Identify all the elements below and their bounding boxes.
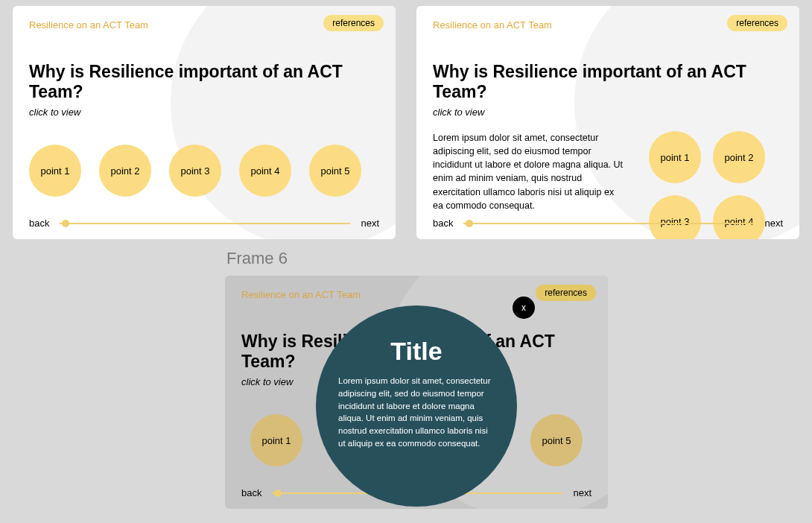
next-link[interactable]: next: [764, 218, 783, 229]
footer-nav: back next: [433, 218, 783, 229]
modal-popup: Title Lorem ipsum dolor sit amet, consec…: [316, 305, 517, 507]
modal-close-button[interactable]: x: [513, 297, 535, 319]
slide-title: Why is Resilience important of an ACT Te…: [29, 62, 379, 102]
references-button[interactable]: references: [536, 285, 596, 301]
slider-track: [60, 223, 350, 224]
next-link[interactable]: next: [573, 487, 591, 498]
references-button[interactable]: references: [323, 15, 384, 31]
slide-card-3: Resilience on an ACT Team references Why…: [225, 276, 608, 509]
back-link[interactable]: back: [241, 487, 261, 498]
point-2[interactable]: point 2: [99, 145, 151, 197]
modal-title: Title: [338, 337, 495, 366]
references-button[interactable]: references: [727, 15, 787, 31]
frame-label: Frame 6: [226, 249, 288, 268]
slider-thumb[interactable]: [274, 489, 282, 497]
point-4[interactable]: point 4: [239, 145, 291, 197]
slide-card-1: Resilience on an ACT Team references Why…: [13, 6, 396, 239]
progress-slider[interactable]: [60, 220, 350, 227]
next-link[interactable]: next: [361, 218, 379, 229]
slide-title: Why is Resilience important of an ACT Te…: [433, 62, 783, 102]
point-1[interactable]: point 1: [649, 131, 701, 183]
point-1[interactable]: point 1: [29, 145, 81, 197]
footer-nav: back next: [29, 218, 379, 229]
slide-card-2: Resilience on an ACT Team references Why…: [416, 6, 799, 239]
modal-body-text: Lorem ipsum dolor sit amet, consectetur …: [338, 375, 495, 449]
progress-slider[interactable]: [463, 220, 754, 227]
point-3[interactable]: point 3: [169, 145, 221, 197]
point-1[interactable]: point 1: [250, 414, 302, 466]
points-row: point 1 point 2 point 3 point 4 point 5: [29, 145, 379, 197]
point-5[interactable]: point 5: [309, 145, 361, 197]
back-link[interactable]: back: [433, 218, 453, 229]
slider-thumb[interactable]: [466, 220, 473, 227]
slider-thumb[interactable]: [62, 220, 69, 227]
point-2[interactable]: point 2: [713, 131, 765, 183]
back-link[interactable]: back: [29, 218, 49, 229]
point-5[interactable]: point 5: [530, 414, 583, 466]
slider-track: [463, 223, 754, 224]
slide-subtitle: click to view: [29, 107, 379, 118]
slide-subtitle: click to view: [433, 107, 783, 118]
